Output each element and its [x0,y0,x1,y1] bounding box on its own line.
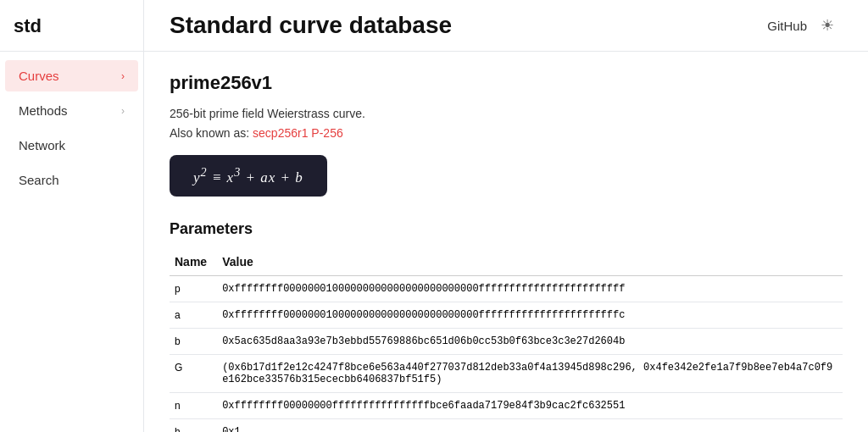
also-known-prefix: Also known as: [170,126,249,140]
table-row: n0xffffffff00000000ffffffffffffffffbce6f… [170,393,843,419]
header: Standard curve database GitHub ☀ [144,0,868,52]
also-known: Also known as: secp256r1 P-256 [170,126,843,140]
param-name: a [170,302,217,329]
table-row: h0x1 [170,419,843,432]
sidebar-nav: Curves › Methods › Network Search [0,52,143,197]
sidebar-item-label: Search [19,173,59,187]
main-content: Standard curve database GitHub ☀ prime25… [144,0,868,432]
param-name: h [170,419,217,432]
sidebar-item-search[interactable]: Search [5,164,138,196]
col-header-value: Value [217,250,843,276]
sidebar-item-methods[interactable]: Methods › [5,95,138,126]
sidebar: std Curves › Methods › Network Search [0,0,144,432]
sidebar-logo[interactable]: std [0,0,143,52]
param-value: 0xffffffff00000000ffffffffffffffffbce6fa… [217,393,843,419]
sidebar-item-label: Methods [19,103,68,118]
parameters-title: Parameters [170,220,843,238]
sidebar-item-curves[interactable]: Curves › [5,60,138,91]
page-title: Standard curve database [170,12,452,39]
alias-p256[interactable]: P-256 [311,126,342,140]
table-row: p0xffffffff00000001000000000000000000000… [170,276,843,302]
alias-secp256r1[interactable]: secp256r1 [253,126,308,140]
param-name: p [170,276,217,302]
param-value: (0x6b17d1f2e12c4247f8bce6e563a440f277037… [217,355,843,393]
github-link[interactable]: GitHub [767,19,807,33]
curve-name: prime256v1 [170,72,843,94]
param-name: b [170,329,217,355]
sidebar-item-label: Network [19,138,65,152]
formula-text: y2 ≡ x3 + ax + b [193,169,303,186]
chevron-right-icon: › [121,105,125,117]
table-row: b0x5ac635d8aa3a93e7b3ebbd55769886bc651d0… [170,329,843,355]
param-value: 0xffffffff000000010000000000000000000000… [217,302,843,329]
formula-display: y2 ≡ x3 + ax + b [170,155,327,197]
parameters-table: Name Value p0xffffffff000000010000000000… [170,250,843,432]
param-value: 0x1 [217,419,843,432]
table-row: a0xffffffff00000001000000000000000000000… [170,302,843,329]
param-name: G [170,355,217,393]
param-value: 0xffffffff000000010000000000000000000000… [217,276,843,302]
sidebar-item-network[interactable]: Network [5,130,138,161]
chevron-right-icon: › [121,70,125,82]
col-header-name: Name [170,250,217,276]
sidebar-item-label: Curves [19,69,59,83]
param-name: n [170,393,217,419]
curve-description: 256-bit prime field Weierstrass curve. [170,104,843,123]
content-area: prime256v1 256-bit prime field Weierstra… [144,52,868,432]
table-row: G(0x6b17d1f2e12c4247f8bce6e563a440f27703… [170,355,843,393]
theme-toggle-icon[interactable]: ☀ [821,16,834,35]
param-value: 0x5ac635d8aa3a93e7b3ebbd55769886bc651d06… [217,329,843,355]
header-right: GitHub ☀ [767,16,834,35]
